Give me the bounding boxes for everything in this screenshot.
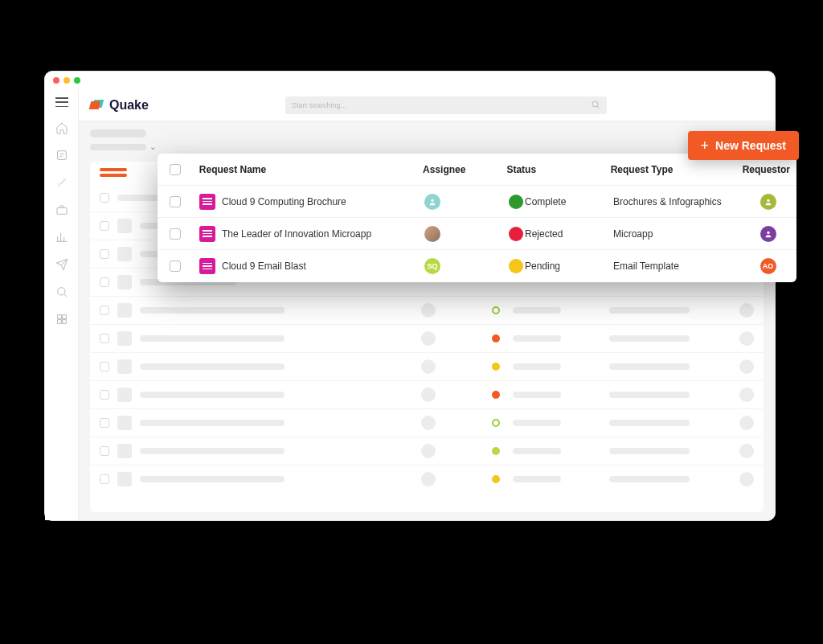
row-checkbox[interactable]: [170, 228, 181, 240]
page-header: ⌄: [79, 121, 775, 154]
status-indicator-icon: [492, 306, 500, 314]
status-dot-icon: [509, 227, 523, 241]
window-minimize-icon[interactable]: [63, 77, 70, 84]
svg-rect-3: [57, 315, 61, 319]
checkbox[interactable]: [100, 334, 109, 343]
status-label: Rejected: [525, 228, 563, 240]
brand-name: Quake: [109, 98, 149, 113]
svg-rect-0: [57, 151, 66, 160]
status-indicator-icon: [492, 391, 500, 399]
checkbox[interactable]: [100, 362, 109, 371]
request-name: Cloud 9 Computing Brochure: [222, 196, 346, 207]
request-name: The Leader of Innovation Microapp: [222, 228, 371, 240]
placeholder-row: [90, 324, 764, 352]
topbar: Quake Start searching...: [79, 89, 775, 121]
request-type: Email Template: [607, 260, 739, 272]
briefcase-icon[interactable]: [55, 203, 68, 216]
assignee-avatar[interactable]: [424, 226, 440, 242]
checkbox[interactable]: [100, 249, 109, 259]
document-icon: [199, 226, 215, 242]
new-request-button[interactable]: + New Request: [688, 131, 799, 160]
status-label: Pending: [525, 260, 560, 272]
select-all-checkbox[interactable]: [170, 164, 181, 175]
chevron-down-icon: ⌄: [149, 142, 156, 151]
col-assignee[interactable]: Assignee: [416, 164, 500, 175]
row-checkbox[interactable]: [170, 196, 181, 207]
status-dot-icon: [509, 259, 523, 273]
table-row[interactable]: Cloud 9 Computing BrochureCompleteBrochu…: [158, 186, 796, 218]
svg-point-2: [57, 288, 64, 295]
request-type: Brochures & Infographics: [607, 196, 739, 207]
document-icon: [199, 194, 215, 210]
checkbox[interactable]: [100, 474, 109, 484]
checkbox[interactable]: [100, 277, 109, 287]
document-icon: [199, 258, 215, 274]
requestor-avatar[interactable]: AO: [760, 258, 776, 274]
requests-table: Request Name Assignee Status Request Typ…: [158, 154, 796, 282]
search-input[interactable]: Start searching...: [285, 96, 607, 114]
status-indicator-icon: [492, 475, 500, 483]
placeholder-row: [90, 380, 764, 408]
brand-logo[interactable]: Quake: [90, 98, 149, 113]
breadcrumb-placeholder[interactable]: ⌄: [90, 142, 764, 151]
svg-rect-4: [62, 315, 66, 319]
sidebar: [45, 89, 79, 520]
svg-point-10: [767, 231, 769, 233]
search-placeholder: Start searching...: [292, 101, 346, 109]
assignee-avatar[interactable]: SQ: [424, 258, 440, 274]
placeholder-row: [90, 408, 764, 437]
status-indicator-icon: [492, 419, 500, 427]
requestor-avatar[interactable]: [760, 194, 776, 210]
table-row[interactable]: The Leader of Innovation MicroappRejecte…: [158, 218, 796, 250]
col-type[interactable]: Request Type: [604, 164, 736, 175]
status-dot-icon: [509, 195, 523, 209]
row-checkbox[interactable]: [170, 260, 181, 272]
requestor-avatar[interactable]: [760, 226, 776, 242]
plus-icon: +: [701, 140, 710, 151]
checkbox[interactable]: [100, 390, 109, 400]
request-type: Microapp: [607, 228, 739, 240]
search-icon: [591, 100, 600, 109]
menu-icon[interactable]: [55, 97, 68, 107]
window-close-icon[interactable]: [53, 77, 59, 84]
status-indicator-icon: [492, 363, 500, 371]
checkbox[interactable]: [100, 193, 109, 203]
svg-point-9: [767, 199, 769, 201]
note-icon[interactable]: [55, 149, 68, 162]
placeholder-row: [90, 296, 764, 324]
svg-point-7: [592, 101, 598, 107]
status-indicator-icon: [492, 447, 500, 455]
checkbox[interactable]: [100, 418, 109, 428]
status-label: Complete: [525, 196, 566, 207]
checkbox[interactable]: [100, 446, 109, 456]
grid-icon[interactable]: [55, 313, 68, 326]
placeholder-row: [90, 465, 764, 493]
table-row[interactable]: Cloud 9 Email BlastSQPendingEmail Templa…: [158, 250, 796, 282]
assignee-avatar[interactable]: [424, 194, 440, 210]
wand-icon[interactable]: [55, 176, 68, 189]
new-request-label: New Request: [715, 139, 786, 152]
window-titlebar: [45, 72, 775, 89]
status-indicator-icon: [492, 334, 500, 343]
search-nav-icon[interactable]: [55, 285, 68, 298]
svg-point-8: [431, 199, 433, 201]
send-icon[interactable]: [55, 258, 68, 271]
home-icon[interactable]: [55, 121, 68, 134]
placeholder-row: [90, 352, 764, 380]
page-title-placeholder: [90, 129, 146, 137]
placeholder-row: [90, 437, 764, 465]
window-maximize-icon[interactable]: [74, 77, 80, 84]
svg-rect-5: [57, 320, 61, 324]
request-name: Cloud 9 Email Blast: [222, 260, 306, 272]
svg-rect-6: [62, 320, 66, 324]
chart-icon[interactable]: [55, 231, 68, 244]
checkbox[interactable]: [100, 221, 109, 231]
col-status[interactable]: Status: [500, 164, 604, 175]
app-window: Quake Start searching... ⌄: [44, 71, 776, 521]
svg-rect-1: [57, 207, 67, 214]
logo-mark-icon: [90, 100, 104, 111]
col-name[interactable]: Request Name: [193, 164, 416, 175]
col-requestor[interactable]: Requestor: [736, 164, 796, 175]
checkbox[interactable]: [100, 306, 109, 315]
